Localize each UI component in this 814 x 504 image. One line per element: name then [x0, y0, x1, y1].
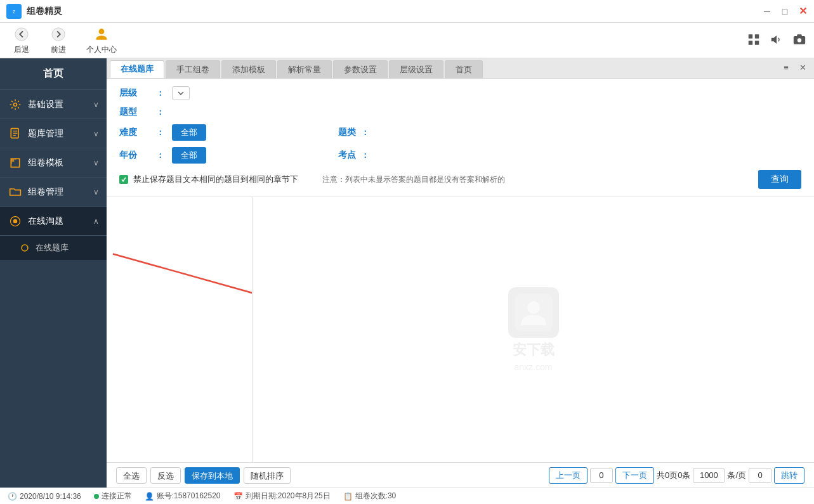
per-page-input[interactable]: [693, 468, 725, 483]
svg-point-3: [52, 28, 65, 41]
year-row: 年份 ： 全部 考点 ：: [119, 147, 801, 164]
svg-point-2: [15, 28, 28, 41]
tab-online[interactable]: 在线题库: [110, 60, 164, 78]
sidebar-item-qbank[interactable]: 题库管理 ∨: [0, 119, 107, 148]
maximize-button[interactable]: □: [780, 6, 790, 16]
calendar-icon: 📅: [233, 492, 243, 501]
svg-marker-9: [771, 36, 777, 44]
svg-point-4: [99, 29, 105, 34]
status-datetime: 🕐 2020/8/10 9:14:36: [8, 492, 81, 501]
sidebar-item-online[interactable]: 在线淘题 ∧: [0, 207, 107, 236]
random-sort-button[interactable]: 随机排序: [244, 467, 291, 484]
puzzle-icon: [8, 155, 23, 171]
window-controls: ─ □ ✕: [762, 0, 808, 22]
status-bar: 🕐 2020/8/10 9:14:36 连接正常 👤 账号:1587016252…: [0, 488, 814, 504]
tab-template[interactable]: 添加模板: [221, 60, 276, 78]
tabs-bar: 在线题库 手工组卷 添加模板 解析常量 参数设置 层级设置 首页 ≡ ✕: [107, 58, 814, 79]
datetime-text: 2020/8/10 9:14:36: [20, 492, 81, 501]
difficulty-label: 难度: [119, 127, 151, 138]
type-label: 题型: [119, 107, 151, 118]
forward-button[interactable]: 前进: [49, 25, 67, 55]
deselect-button[interactable]: 反选: [150, 467, 181, 484]
back-button[interactable]: 后退: [13, 25, 30, 55]
svg-point-20: [22, 245, 28, 251]
year-all-button[interactable]: 全部: [172, 147, 206, 164]
level-row: 层级 ：: [119, 86, 801, 100]
profile-button[interactable]: 个人中心: [86, 25, 117, 55]
account-text: 账号:15870162520: [157, 491, 221, 501]
pagination: 上一页 下一页 共0页0条 条/页 跳转: [549, 467, 804, 484]
back-icon: [13, 25, 30, 43]
tab-params[interactable]: 参数设置: [333, 60, 388, 78]
sidebar-item-template[interactable]: 组卷模板 ∨: [0, 148, 107, 178]
content-area: 在线题库 手工组卷 添加模板 解析常量 参数设置 层级设置 首页 ≡ ✕: [107, 58, 814, 488]
minimize-button[interactable]: ─: [762, 6, 772, 16]
watermark-icon: [508, 287, 559, 338]
prev-page-button[interactable]: 上一页: [549, 467, 588, 484]
sidebar-item-basic[interactable]: 基础设置 ∨: [0, 90, 107, 119]
chevron-down-icon: ∨: [93, 100, 99, 109]
sidebar-sub-label: 在线题库: [36, 242, 69, 254]
notice-text: 注意：列表中未显示答案的题目都是没有答案和解析的: [322, 174, 505, 185]
svg-rect-8: [755, 41, 759, 44]
resize-handle[interactable]: [250, 197, 254, 462]
jump-page-input[interactable]: [749, 468, 771, 483]
save-local-button[interactable]: 保存到本地: [185, 467, 240, 484]
folder-icon: [8, 184, 23, 200]
category-label: 题类: [338, 127, 356, 138]
difficulty-all-button[interactable]: 全部: [172, 124, 206, 141]
level-dropdown[interactable]: [172, 86, 190, 100]
svg-text:Z: Z: [13, 9, 15, 13]
total-text: 共0页0条: [657, 470, 690, 481]
tab-analysis[interactable]: 解析常量: [277, 60, 332, 78]
status-account: 👤 账号:15870162520: [145, 491, 221, 501]
point-label: 考点: [338, 150, 356, 161]
sidebar-item-papermgr[interactable]: 组卷管理 ∨: [0, 178, 107, 207]
svg-rect-7: [749, 41, 752, 44]
camera-icon[interactable]: [792, 32, 806, 48]
sidebar-item-papermgr-label: 组卷管理: [28, 186, 88, 198]
difficulty-row: 难度 ： 全部 题类 ：: [119, 124, 801, 141]
tab-manual[interactable]: 手工组卷: [166, 60, 220, 78]
sidebar-sub-item-onlinebank[interactable]: 在线题库: [0, 236, 107, 260]
close-button[interactable]: ✕: [798, 6, 808, 16]
status-expire: 📅 到期日期:2020年8月25日: [233, 491, 331, 501]
status-connection: 连接正常: [94, 491, 132, 501]
gear-icon: [8, 97, 23, 112]
left-panel: [107, 197, 253, 462]
jump-button[interactable]: 跳转: [774, 467, 804, 484]
forward-icon: [49, 25, 67, 43]
circle-icon: [19, 242, 30, 254]
filter-area: 层级 ： 题型 ： 难度 ： 全部 题类 ： 年份: [107, 79, 814, 197]
next-page-button[interactable]: 下一页: [615, 467, 654, 484]
grid-icon[interactable]: [747, 32, 761, 48]
svg-point-24: [527, 301, 540, 314]
checkbox-label[interactable]: 禁止保存题目文本相同的题目到相同的章节下: [133, 174, 298, 185]
query-button[interactable]: 查询: [758, 170, 801, 189]
volume-icon[interactable]: [770, 32, 784, 48]
sidebar-home[interactable]: 首页: [0, 58, 107, 90]
tab-home[interactable]: 首页: [445, 60, 483, 78]
tab-close-icon[interactable]: ✕: [796, 61, 809, 74]
annotation-arrow: [107, 197, 252, 462]
tab-pin-icon[interactable]: ≡: [780, 61, 792, 74]
select-all-button[interactable]: 全选: [116, 467, 147, 484]
sidebar-item-qbank-label: 题库管理: [28, 128, 88, 139]
sidebar-item-online-label: 在线淘题: [28, 216, 88, 227]
svg-rect-5: [749, 34, 752, 38]
main-layout: 首页 基础设置 ∨ 题库管理 ∨ 组卷模板 ∨ 组卷管: [0, 58, 814, 488]
profile-label: 个人中心: [86, 44, 117, 55]
online-icon: [8, 214, 23, 229]
svg-line-22: [113, 254, 252, 299]
connection-dot: [94, 494, 99, 499]
account-icon: 👤: [145, 492, 154, 501]
app-title: 组卷精灵: [27, 6, 62, 17]
app-logo: Z: [6, 4, 22, 19]
svg-point-11: [798, 38, 801, 42]
chevron-down-icon: ∨: [93, 129, 99, 138]
tab-levels[interactable]: 层级设置: [389, 60, 443, 78]
page-number-input[interactable]: [590, 468, 613, 483]
main-toolbar: 后退 前进 个人中心: [0, 23, 814, 58]
book-icon: [8, 126, 23, 141]
clock-icon: 🕐: [8, 492, 17, 501]
